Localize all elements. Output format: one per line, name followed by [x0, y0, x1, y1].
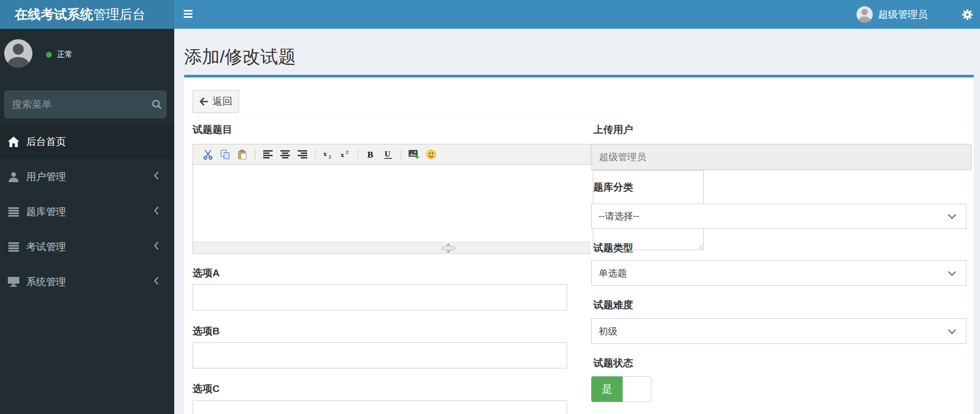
- user-icon: [7, 172, 20, 182]
- sidebar-avatar: [4, 39, 32, 68]
- page-title: 添加/修改试题: [184, 45, 296, 69]
- paste-icon[interactable]: [236, 149, 248, 160]
- difficulty-label: 试题难度: [593, 299, 633, 311]
- option-b-label: 选项B: [193, 325, 220, 338]
- svg-text:x: x: [323, 150, 327, 158]
- back-button-label: 返回: [212, 95, 232, 108]
- sidebar-menu: 后台首页 用户管理 题库管理 考试管理: [0, 124, 174, 299]
- question-title-label: 试题题目: [193, 124, 232, 136]
- arrow-left-icon: [199, 97, 209, 106]
- desktop-icon: [7, 277, 20, 287]
- qtype-select-wrap: 单选题: [591, 260, 966, 286]
- online-dot-icon: [46, 52, 52, 58]
- category-label: 题库分类: [593, 181, 633, 194]
- user-avatar-icon: [857, 6, 873, 23]
- sidebar-item-label: 题库管理: [26, 205, 66, 219]
- copy-icon[interactable]: [219, 149, 231, 160]
- option-c-input[interactable]: [193, 400, 567, 414]
- back-button[interactable]: 返回: [193, 90, 239, 113]
- sidebar-item-home[interactable]: 后台首页: [0, 124, 174, 159]
- qtype-label: 试题类型: [593, 242, 633, 254]
- toolbar-separator: [255, 149, 255, 160]
- emoticon-icon[interactable]: [425, 149, 437, 160]
- subscript-icon[interactable]: x2: [322, 149, 334, 160]
- search-input[interactable]: [5, 99, 148, 110]
- cut-icon[interactable]: [202, 149, 213, 160]
- toolbar-separator: [315, 149, 316, 160]
- sidebar-item-label: 用户管理: [26, 170, 66, 184]
- sidebar-item-label: 系统管理: [26, 275, 66, 289]
- insert-image-icon[interactable]: [408, 149, 420, 160]
- svg-text:U: U: [385, 150, 390, 158]
- difficulty-select[interactable]: 初级: [591, 318, 966, 344]
- user-name: 超级管理员: [878, 8, 928, 21]
- sidebar: 正常 后台首页 用户管理 题库管理: [0, 29, 174, 414]
- user-menu[interactable]: 超级管理员: [857, 0, 928, 29]
- svg-text:x: x: [341, 151, 344, 159]
- panel-header: 返回: [184, 80, 974, 118]
- home-icon: [7, 137, 20, 147]
- sidebar-item-label: 后台首页: [26, 135, 66, 149]
- brand-light: 管理后台: [93, 6, 145, 23]
- toolbar-separator: [401, 149, 401, 160]
- list-icon: [7, 242, 20, 252]
- sidebar-item-users[interactable]: 用户管理: [0, 159, 174, 194]
- chevron-left-icon: [153, 171, 160, 183]
- chevron-left-icon: [153, 276, 160, 288]
- option-c-label: 选项C: [193, 383, 220, 395]
- bold-icon[interactable]: B: [365, 149, 377, 160]
- status-toggle[interactable]: 是: [591, 376, 651, 402]
- editor-resize-handle[interactable]: [442, 243, 455, 253]
- editor-toolbar: x2 x2 B U: [193, 144, 591, 165]
- difficulty-select-wrap: 初级: [591, 318, 966, 344]
- toggle-on-segment: 是: [591, 376, 623, 402]
- sidebar-item-label: 考试管理: [26, 240, 66, 254]
- status-label: 试题状态: [593, 357, 633, 370]
- sidebar-item-system[interactable]: 系统管理: [0, 264, 174, 299]
- toolbar-separator: [358, 149, 358, 160]
- search-icon[interactable]: [148, 91, 166, 118]
- list-icon: [7, 207, 20, 217]
- sidebar-search: [4, 91, 166, 118]
- align-right-icon[interactable]: [297, 149, 308, 160]
- upload-user-label: 上传用户: [593, 124, 633, 136]
- sidebar-toggle-icon[interactable]: [184, 8, 195, 20]
- sidebar-item-exams[interactable]: 考试管理: [0, 229, 174, 264]
- brand-bold: 在线考试系统: [15, 6, 93, 23]
- svg-text:2: 2: [346, 150, 348, 155]
- superscript-icon[interactable]: x2: [340, 149, 351, 160]
- sidebar-item-question-bank[interactable]: 题库管理: [0, 194, 174, 229]
- option-b-input[interactable]: [193, 342, 567, 368]
- gear-icon[interactable]: [961, 8, 974, 21]
- underline-icon[interactable]: U: [382, 149, 394, 160]
- svg-text:B: B: [367, 150, 373, 160]
- upload-user-input[interactable]: [591, 144, 972, 170]
- align-left-icon[interactable]: [262, 149, 274, 160]
- top-navbar: 在线考试系统管理后台 超级管理员: [0, 0, 980, 29]
- chevron-left-icon: [153, 241, 160, 253]
- status-label: 正常: [57, 50, 73, 60]
- option-a-label: 选项A: [193, 267, 220, 279]
- textarea-resize-grip-icon[interactable]: [696, 243, 703, 249]
- user-status: 正常: [46, 50, 73, 60]
- svg-text:2: 2: [329, 154, 331, 160]
- chevron-left-icon: [153, 206, 160, 218]
- category-select[interactable]: --请选择--: [591, 204, 966, 229]
- qtype-select[interactable]: 单选题: [591, 260, 966, 286]
- brand-logo[interactable]: 在线考试系统管理后台: [0, 0, 174, 29]
- option-a-input[interactable]: [193, 284, 567, 310]
- category-select-wrap: --请选择--: [591, 204, 966, 229]
- align-center-icon[interactable]: [279, 149, 291, 160]
